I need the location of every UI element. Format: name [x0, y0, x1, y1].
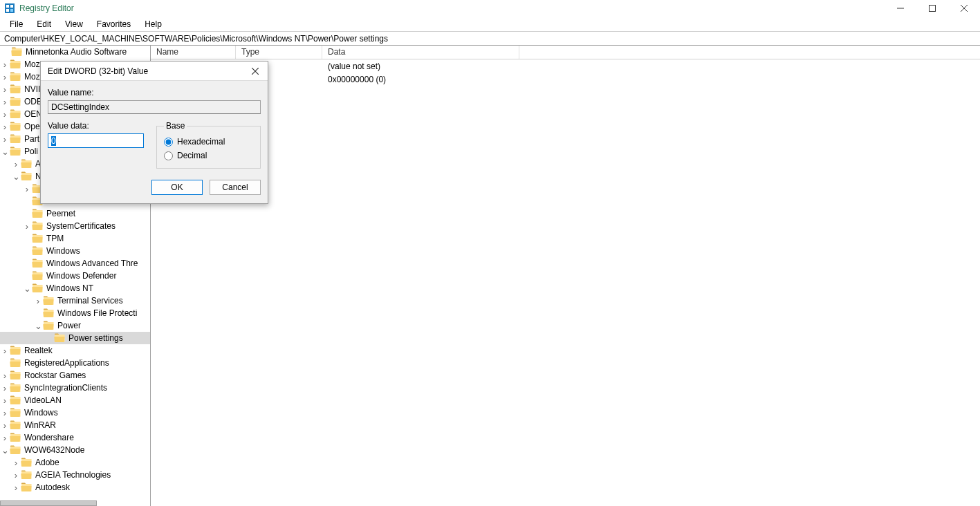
tree-item[interactable]: Windows Advanced Thre: [0, 257, 150, 270]
svg-rect-5: [930, 5, 936, 11]
list-row[interactable]: WORD 0x00000000 (0): [151, 73, 980, 86]
expand-icon[interactable]: ›: [0, 344, 10, 357]
tree-item[interactable]: ›Rockstar Games: [0, 369, 150, 382]
folder-icon: [32, 234, 43, 243]
tree-item[interactable]: Windows Defender: [0, 270, 150, 282]
folder-icon: [10, 59, 21, 69]
tree-item[interactable]: ›Windows: [0, 406, 150, 419]
expand-icon[interactable]: ›: [0, 369, 10, 382]
address-text: Computer\HKEY_LOCAL_MACHINE\SOFTWARE\Pol…: [4, 34, 388, 44]
tree-item[interactable]: ›SyncIntegrationClients: [0, 382, 150, 394]
radio-hexadecimal-input[interactable]: [164, 138, 173, 147]
menu-help[interactable]: Help: [138, 17, 169, 31]
minimize-button[interactable]: [885, 0, 916, 17]
tree-item[interactable]: ›Realtek: [0, 344, 150, 357]
menu-favorites[interactable]: Favorites: [90, 17, 138, 31]
radio-decimal-input[interactable]: [164, 151, 173, 160]
menu-edit[interactable]: Edit: [30, 17, 58, 31]
expand-icon[interactable]: ›: [0, 406, 10, 419]
tree-item[interactable]: RegisteredApplications: [0, 357, 150, 369]
expand-icon[interactable]: ›: [0, 382, 10, 394]
tree-item[interactable]: ⌄Windows NT: [0, 282, 150, 294]
tree-item[interactable]: ›WinRAR: [0, 419, 150, 431]
edit-dword-dialog: Edit DWORD (32-bit) Value Value name: Va…: [40, 61, 268, 204]
expand-icon[interactable]: ›: [11, 158, 21, 170]
radio-hexadecimal[interactable]: Hexadecimal: [164, 135, 253, 149]
tree-item[interactable]: ›Terminal Services: [0, 294, 150, 307]
expand-icon[interactable]: ›: [0, 133, 10, 145]
tree-item[interactable]: ⌄Power: [0, 319, 150, 332]
collapse-icon[interactable]: ⌄: [33, 319, 43, 332]
folder-icon: [10, 445, 21, 455]
expand-icon[interactable]: ›: [11, 469, 21, 481]
horizontal-scrollbar[interactable]: [0, 500, 97, 506]
menu-file[interactable]: File: [3, 17, 30, 31]
value-name-input[interactable]: [48, 100, 261, 114]
collapse-icon[interactable]: ⌄: [0, 145, 10, 158]
radio-hexadecimal-label: Hexadecimal: [177, 137, 225, 147]
expand-icon[interactable]: ›: [0, 58, 10, 71]
tree-item[interactable]: ›Adobe: [0, 456, 150, 469]
column-name[interactable]: Name: [151, 46, 236, 59]
tree-item[interactable]: ›SystemCertificates: [0, 220, 150, 232]
menu-view[interactable]: View: [58, 17, 90, 31]
maximize-button[interactable]: [916, 0, 948, 17]
collapse-icon[interactable]: ⌄: [0, 444, 10, 456]
collapse-icon[interactable]: ⌄: [11, 170, 21, 182]
close-icon: [252, 68, 259, 75]
collapse-icon[interactable]: ⌄: [22, 282, 32, 294]
tree-item-selected[interactable]: Power settings: [0, 332, 150, 344]
folder-icon: [32, 271, 43, 281]
tree-item[interactable]: Windows File Protecti: [0, 307, 150, 319]
close-button[interactable]: [948, 0, 980, 17]
tree-item[interactable]: ›Autodesk: [0, 481, 150, 494]
column-data[interactable]: Data: [322, 46, 519, 59]
expand-icon[interactable]: ›: [11, 456, 21, 469]
value-data-label: Value data:: [48, 121, 144, 131]
expand-icon[interactable]: ›: [0, 431, 10, 444]
tree-item[interactable]: TPM: [0, 232, 150, 245]
tree-item[interactable]: ⌄WOW6432Node: [0, 444, 150, 456]
dialog-titlebar[interactable]: Edit DWORD (32-bit) Value: [41, 62, 268, 81]
cancel-button[interactable]: Cancel: [210, 180, 261, 195]
tree-item[interactable]: Minnetonka Audio Software: [0, 46, 150, 58]
expand-icon[interactable]: ›: [11, 481, 21, 494]
tree-item[interactable]: Windows: [0, 245, 150, 257]
folder-icon: [10, 371, 21, 380]
value-data-input[interactable]: [48, 133, 144, 148]
tree-item[interactable]: ›VideoLAN: [0, 394, 150, 406]
list-row[interactable]: (value not set): [151, 59, 980, 73]
dialog-close-button[interactable]: [250, 66, 261, 77]
expand-icon[interactable]: ›: [0, 120, 10, 133]
expand-icon[interactable]: ›: [22, 182, 32, 195]
tree-item[interactable]: ›Wondershare: [0, 431, 150, 444]
folder-icon: [21, 171, 32, 181]
expand-icon[interactable]: ›: [22, 220, 32, 232]
folder-icon: [10, 358, 21, 368]
folder-icon: [10, 408, 21, 418]
address-bar[interactable]: Computer\HKEY_LOCAL_MACHINE\SOFTWARE\Pol…: [0, 32, 980, 46]
expand-icon[interactable]: ›: [0, 95, 10, 108]
title-bar: Registry Editor: [0, 0, 980, 17]
ok-button[interactable]: OK: [151, 180, 203, 195]
folder-icon: [43, 308, 54, 318]
tree-item[interactable]: ›AGEIA Technologies: [0, 469, 150, 481]
tree-item[interactable]: Peernet: [0, 207, 150, 220]
list-body: (value not set) WORD 0x00000000 (0): [151, 59, 980, 86]
expand-icon[interactable]: ›: [0, 71, 10, 83]
folder-icon: [21, 159, 32, 169]
base-group: Base Hexadecimal Decimal: [156, 121, 261, 169]
folder-icon: [43, 296, 54, 306]
expand-icon[interactable]: ›: [0, 83, 10, 95]
folder-icon: [10, 420, 21, 430]
expand-icon[interactable]: ›: [0, 419, 10, 431]
base-label: Base: [164, 121, 187, 131]
radio-decimal[interactable]: Decimal: [164, 149, 253, 162]
expand-icon[interactable]: ›: [0, 394, 10, 406]
folder-icon: [21, 470, 32, 480]
expand-icon[interactable]: ›: [0, 108, 10, 120]
expand-icon[interactable]: ›: [33, 294, 43, 307]
cell-data: 0x00000000 (0): [322, 75, 519, 84]
folder-icon: [10, 147, 21, 156]
column-type[interactable]: Type: [236, 46, 322, 59]
